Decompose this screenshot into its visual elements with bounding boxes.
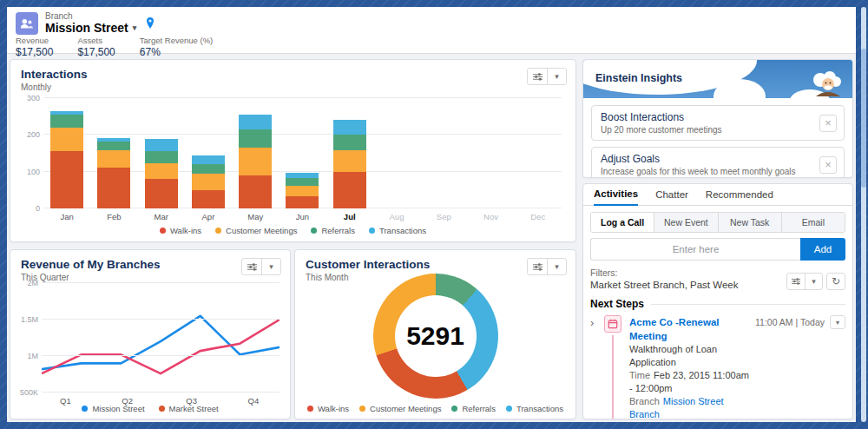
people-icon (19, 16, 35, 31)
bar-segment-customer-meetings[interactable] (286, 186, 319, 196)
bar-slot (138, 98, 185, 208)
viewport: Branch Mission Street ▾ Revenue$17,500As… (7, 7, 856, 422)
bar-segment-customer-meetings[interactable] (192, 174, 225, 190)
timeline-icon-col (602, 315, 624, 419)
bar-segment-referrals[interactable] (239, 129, 272, 147)
interactions-chart-actions: ▾ (527, 68, 567, 85)
chart-dropdown-button[interactable]: ▾ (547, 69, 566, 84)
legend-label: Referrals (321, 226, 355, 235)
next-step-time: 11:00 AM | Today (755, 315, 825, 329)
bar-segment-referrals[interactable] (50, 115, 83, 128)
add-button[interactable]: Add (800, 238, 845, 261)
y-axis-tick: 1M (16, 352, 38, 360)
x-axis-tick: Feb (90, 212, 137, 221)
chart-settings-button[interactable] (528, 259, 547, 274)
timeline-settings-group: ▾ (786, 273, 823, 290)
interactions-plot[interactable]: 3002001000 (43, 98, 562, 208)
stacked-bar[interactable] (97, 138, 130, 208)
bar-segment-walk-ins[interactable] (333, 172, 366, 208)
chart-settings-button[interactable] (242, 259, 261, 274)
page-scrollbar[interactable] (861, 7, 866, 422)
tab-chatter[interactable]: Chatter (655, 189, 688, 205)
bar-segment-transactions[interactable] (145, 139, 178, 151)
chart-dropdown-button[interactable]: ▾ (547, 259, 566, 274)
stacked-bar[interactable] (50, 111, 83, 208)
metric-value: 67% (140, 46, 213, 58)
tab-recommended[interactable]: Recommended (706, 189, 773, 205)
legend-item: Market Street (159, 404, 219, 413)
subtab-new-event[interactable]: New Event (654, 213, 717, 232)
chart-dropdown-button[interactable]: ▾ (261, 259, 280, 274)
stacked-bar[interactable] (192, 155, 225, 208)
location-pin-icon[interactable] (145, 16, 155, 30)
legend-label: Market Street (169, 404, 219, 413)
y-axis-tick: 200 (17, 130, 40, 139)
subtab-new-task[interactable]: New Task (718, 213, 781, 232)
x-axis-tick: May (232, 212, 279, 221)
donut-chart[interactable]: 5291 (373, 274, 498, 399)
bar-segment-referrals[interactable] (333, 135, 366, 151)
bar-segment-customer-meetings[interactable] (97, 150, 130, 168)
bar-segment-customer-meetings[interactable] (145, 163, 178, 179)
bar-segment-referrals[interactable] (192, 164, 225, 174)
bar-segment-walk-ins[interactable] (97, 168, 130, 208)
scrollbar-thumb[interactable] (861, 49, 866, 188)
stacked-bar[interactable] (239, 115, 272, 208)
y-axis-tick: 300 (17, 94, 40, 102)
chart-settings-icon (791, 277, 801, 286)
bar-slot (373, 98, 420, 208)
stacked-bar[interactable] (145, 139, 178, 208)
bar-slot (326, 98, 373, 208)
bar-segment-referrals[interactable] (97, 142, 130, 151)
x-axis-tick: Nov (467, 212, 514, 221)
bar-segment-walk-ins[interactable] (192, 190, 225, 208)
revenue-plot[interactable]: 2M1.5M1M500K (42, 283, 279, 393)
bar-segment-customer-meetings[interactable] (239, 148, 272, 175)
line-series-market-street[interactable] (42, 320, 279, 373)
timeline-line (612, 335, 614, 419)
filters-row: Filters: Market Street Branch, Past Week… (590, 267, 845, 290)
bar-segment-referrals[interactable] (145, 151, 178, 164)
dismiss-insight-button[interactable]: × (819, 156, 837, 174)
next-step-content: Acme Co -Renewal Meeting Walkthrough of … (624, 315, 750, 419)
bar-segment-walk-ins[interactable] (286, 196, 319, 208)
legend-dot-icon (215, 228, 221, 234)
bar-segment-transactions[interactable] (333, 120, 366, 134)
bar-segment-transactions[interactable] (239, 115, 272, 130)
legend-item: Transactions (369, 226, 426, 235)
legend-dot-icon (506, 406, 512, 412)
bar-segment-customer-meetings[interactable] (50, 128, 83, 152)
y-axis-tick: 0 (17, 204, 40, 213)
bar-segment-transactions[interactable] (192, 155, 225, 164)
item-actions-button[interactable]: ▾ (830, 315, 845, 329)
bar-segment-referrals[interactable] (286, 178, 319, 185)
tab-activities[interactable]: Activities (594, 188, 638, 206)
activity-tabs: ActivitiesChatterRecommended (583, 184, 852, 206)
x-axis-tick: Jun (279, 212, 326, 221)
stacked-bar[interactable] (286, 173, 319, 208)
quick-action-input[interactable] (590, 238, 800, 261)
subtab-email[interactable]: Email (781, 213, 845, 232)
expand-chevron-icon[interactable]: › (590, 315, 602, 419)
interactions-title: Interactions (21, 68, 565, 81)
timeline-settings-button[interactable] (787, 274, 805, 289)
chart-settings-icon (247, 262, 258, 272)
dismiss-insight-button[interactable]: × (819, 115, 837, 132)
bar-segment-customer-meetings[interactable] (333, 150, 366, 172)
timeline-dropdown-button[interactable]: ▾ (805, 274, 822, 289)
entity-switcher-caret[interactable]: ▾ (133, 23, 137, 32)
gridline (42, 355, 279, 356)
bar-segment-walk-ins[interactable] (239, 175, 272, 208)
einstein-header: Einstein Insights (583, 60, 852, 98)
stacked-bar[interactable] (333, 120, 366, 208)
legend-label: Walk-ins (318, 404, 349, 413)
bar-segment-walk-ins[interactable] (145, 179, 178, 208)
chart-settings-button[interactable] (528, 69, 547, 84)
refresh-button[interactable]: ↻ (826, 273, 845, 290)
subtab-log-a-call[interactable]: Log a Call (591, 213, 654, 232)
legend-item: Mission Street (82, 404, 144, 413)
event-icon (604, 315, 621, 333)
activities-panel: ActivitiesChatterRecommended Log a CallN… (582, 183, 853, 419)
bar-segment-walk-ins[interactable] (50, 151, 83, 208)
next-step-title-link[interactable]: Acme Co -Renewal Meeting (629, 315, 750, 343)
